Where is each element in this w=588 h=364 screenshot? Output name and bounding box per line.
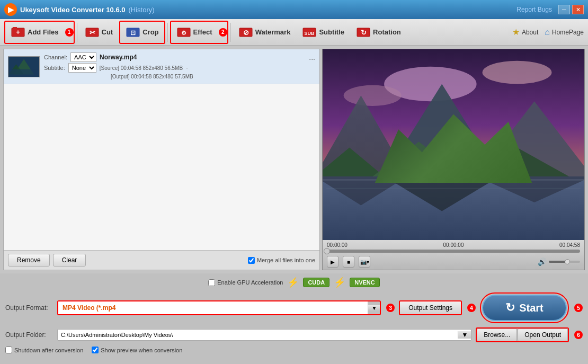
minimize-button[interactable]: ─ <box>558 5 570 14</box>
clear-button[interactable]: Clear <box>53 254 86 267</box>
play-button[interactable]: ▶ <box>327 256 338 268</box>
svg-text:⊘: ⊘ <box>243 29 248 37</box>
svg-rect-34 <box>323 179 584 180</box>
file-more-button[interactable]: ... <box>309 53 315 61</box>
shutdown-label: Shutdown after conversion <box>14 347 83 353</box>
about-button[interactable]: ★ About <box>512 27 538 37</box>
add-files-icon: + <box>11 25 25 40</box>
sep3 <box>230 23 231 42</box>
gpu-checkbox-wrap: Enable GPU Acceleration <box>208 279 283 286</box>
svg-rect-19 <box>8 69 39 77</box>
progress-thumb[interactable] <box>324 248 330 254</box>
show-preview-option[interactable]: Show preview when conversion <box>92 347 182 353</box>
preview-scene <box>323 49 584 240</box>
bottom-bar: Enable GPU Acceleration ⚡ CUDA ⚡ NVENC O… <box>0 273 588 357</box>
sep1 <box>77 23 77 42</box>
file-meta-row-1: Channel: AAC Norway.mp4 ... <box>44 52 315 62</box>
badge-4: 4 <box>467 304 476 312</box>
shutdown-checkbox[interactable] <box>5 347 12 353</box>
svg-text:↻: ↻ <box>361 29 367 37</box>
badge-2: 2 <box>219 28 227 37</box>
gpu-icon-left: ⚡ <box>287 277 299 288</box>
subtitle-select[interactable]: None <box>68 63 96 73</box>
rotation-button[interactable]: ↻ Rotation <box>351 22 406 43</box>
file-panel: Channel: AAC Norway.mp4 ... Subtitle: No… <box>3 49 320 270</box>
titlebar-controls: Report Bugs ─ ✕ <box>516 5 584 14</box>
options-row: Shutdown after conversion Show preview w… <box>5 347 583 353</box>
effect-button[interactable]: ⚙ Effect <box>171 22 218 43</box>
crop-icon: ⊡ <box>126 25 140 40</box>
subtitle-icon: SUB <box>302 25 317 40</box>
about-label: About <box>522 29 538 36</box>
stop-button[interactable]: ■ <box>343 256 354 268</box>
svg-text:⚙: ⚙ <box>181 30 186 36</box>
add-files-button[interactable]: + Add Files <box>5 22 64 43</box>
folder-select-wrap: ▼ <box>57 329 471 341</box>
report-bugs-link[interactable]: Report Bugs <box>516 6 552 13</box>
crop-group: ⊡ Crop <box>119 21 165 44</box>
browse-button[interactable]: Browse... <box>477 329 517 341</box>
svg-rect-35 <box>326 188 581 189</box>
snapshot-button[interactable]: 📷▾ <box>359 256 370 268</box>
output-settings-button[interactable]: Output Settings <box>399 300 462 315</box>
file-meta-row-3: [Output] 00:04:58 852x480 57.5MB <box>44 74 315 79</box>
add-files-group: + Add Files 1 <box>4 21 75 44</box>
volume-icon: 🔊 <box>538 258 547 266</box>
channel-select[interactable]: AAC <box>70 52 96 62</box>
folder-input[interactable] <box>58 330 458 340</box>
folder-row: Output Folder: ▼ Browse... Open Output 6 <box>5 327 583 342</box>
history-label: (History) <box>128 6 154 14</box>
show-preview-checkbox[interactable] <box>92 347 99 353</box>
start-button[interactable]: ↻ Start <box>482 295 567 321</box>
preview-controls: 00:00:00 00:00:00 00:04:58 ▶ ■ 📷▾ 🔊 <box>323 240 584 270</box>
folder-dropdown-arrow[interactable]: ▼ <box>458 331 471 339</box>
time-mid: 00:00:00 <box>443 242 464 248</box>
format-select-wrap: ▼ <box>57 300 381 315</box>
preview-panel: 00:00:00 00:00:00 00:04:58 ▶ ■ 📷▾ 🔊 <box>322 49 585 270</box>
watermark-button[interactable]: ⊘ Watermark <box>233 22 296 43</box>
time-display: 00:00:00 00:00:00 00:04:58 <box>327 242 580 248</box>
titlebar: ▶ Ukeysoft Video Converter 10.6.0 (Histo… <box>0 0 588 19</box>
source-info: [Source] 00:04:58 852x480 56.5MB <box>100 65 183 71</box>
effect-group: ⚙ Effect 2 <box>170 21 228 44</box>
format-label: Output Format: <box>5 304 53 312</box>
homepage-button[interactable]: ⌂ HomePage <box>545 28 584 37</box>
file-thumbnail <box>8 56 40 77</box>
format-row: Output Format: ▼ 3 Output Settings 4 ↻ S… <box>5 292 583 323</box>
progress-bar[interactable] <box>327 250 580 253</box>
cut-button[interactable]: ✂ Cut <box>79 22 119 43</box>
open-output-button[interactable]: Open Output <box>518 329 568 341</box>
badge-1: 1 <box>65 28 74 37</box>
svg-point-23 <box>344 85 402 106</box>
svg-text:SUB: SUB <box>305 31 315 36</box>
gpu-icon-right: ⚡ <box>334 277 345 288</box>
badge-3: 3 <box>386 304 395 312</box>
cuda-badge: CUDA <box>303 278 329 287</box>
subtitle-button[interactable]: SUB Subtitle <box>297 22 350 43</box>
close-button[interactable]: ✕ <box>572 5 584 14</box>
crop-button[interactable]: ⊡ Crop <box>120 22 164 43</box>
filename: Norway.mp4 <box>100 54 306 61</box>
source-dash: - <box>186 64 188 72</box>
output-info: [Output] 00:04:58 852x480 57.5MB <box>111 74 193 79</box>
svg-rect-1 <box>13 27 15 29</box>
cut-icon: ✂ <box>85 25 100 40</box>
gpu-label: Enable GPU Acceleration <box>217 279 283 286</box>
volume-slider[interactable] <box>549 261 580 263</box>
shutdown-option[interactable]: Shutdown after conversion <box>5 347 83 353</box>
cut-label: Cut <box>102 28 113 36</box>
svg-text:⊡: ⊡ <box>130 29 136 37</box>
subtitle-label: Subtitle <box>319 28 344 36</box>
time-end: 00:04:58 <box>559 242 580 248</box>
volume-thumb[interactable] <box>565 259 570 264</box>
format-input[interactable] <box>58 301 368 314</box>
app-logo: ▶ <box>4 3 17 16</box>
volume-control: 🔊 <box>538 258 580 266</box>
rotation-label: Rotation <box>373 28 401 36</box>
effect-label: Effect <box>193 28 212 36</box>
remove-button[interactable]: Remove <box>8 254 50 267</box>
merge-checkbox[interactable] <box>248 257 255 264</box>
format-dropdown-arrow[interactable]: ▼ <box>368 305 380 311</box>
gpu-checkbox[interactable] <box>208 279 215 286</box>
file-meta-row-2: Subtitle: None [Source] 00:04:58 852x480… <box>44 63 315 73</box>
